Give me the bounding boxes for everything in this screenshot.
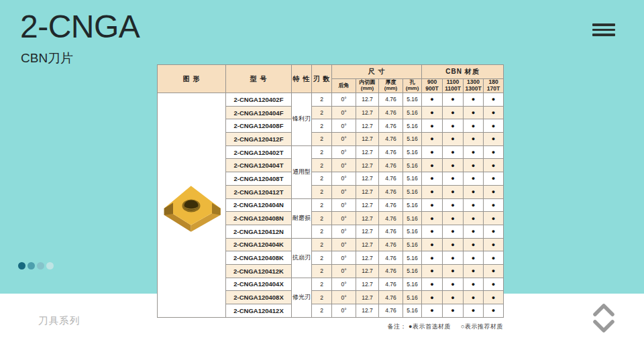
hole-cell: 5.16: [403, 159, 422, 172]
menu-icon[interactable]: [592, 23, 615, 39]
hole-cell: 5.16: [403, 238, 422, 251]
material-dot-cell: ●: [484, 251, 504, 265]
material-header-900: 900 900T: [422, 79, 443, 93]
inscribed-circle-cell: 12.7: [356, 106, 379, 119]
inscribed-circle-cell: 12.7: [356, 93, 379, 107]
relief-angle-cell: 0°: [332, 238, 356, 251]
material-dot-cell: ●: [422, 185, 443, 198]
material-dot-cell: ●: [484, 159, 504, 172]
material-dot-cell: ●: [443, 212, 464, 225]
material-dot-cell: ●: [484, 133, 504, 146]
model-cell: 2-CNGA120404T: [226, 159, 292, 172]
hole-cell: 5.16: [403, 172, 422, 186]
material-dot-cell: ●: [422, 212, 443, 225]
inscribed-circle-cell: 12.7: [356, 133, 379, 146]
material-dot-cell: ●: [484, 119, 504, 133]
edges-cell: 2: [312, 264, 332, 278]
col-header-feature: 特 性: [292, 65, 312, 93]
table-body: 2-CNGA120402F锋利刃20°12.74.765.16●●●●2-CNG…: [158, 93, 504, 318]
chevron-up-icon: [590, 303, 617, 317]
relief-angle-cell: 0°: [332, 291, 356, 304]
relief-angle-cell: 0°: [332, 251, 356, 265]
material-dot-cell: ●: [422, 172, 443, 186]
model-cell: 2-CNGA120412X: [226, 304, 292, 318]
material-header-1100: 1100 1100T: [443, 79, 464, 93]
edges-cell: 2: [312, 291, 332, 304]
thickness-cell: 4.76: [379, 119, 403, 133]
material-dot-cell: ●: [422, 119, 443, 133]
material-dot-cell: ●: [443, 198, 464, 212]
pagination-dot[interactable]: [37, 262, 44, 269]
edges-cell: 2: [312, 185, 332, 198]
note-label: 备注：: [388, 323, 407, 330]
hole-cell: 5.16: [403, 212, 422, 225]
thickness-cell: 4.76: [379, 238, 403, 251]
inscribed-circle-cell: 12.7: [356, 212, 379, 225]
inscribed-circle-cell: 12.7: [356, 238, 379, 251]
pagination-dot[interactable]: [18, 262, 25, 269]
menu-bar: [592, 23, 615, 26]
hole-cell: 5.16: [403, 106, 422, 119]
inscribed-circle-cell: 12.7: [356, 172, 379, 186]
edges-cell: 2: [312, 172, 332, 186]
material-dot-cell: ●: [443, 238, 464, 251]
thickness-cell: 4.76: [379, 145, 403, 159]
thickness-cell: 4.76: [379, 198, 403, 212]
material-dot-cell: ●: [484, 198, 504, 212]
header-row-groups: 图 形 型 号 特 性 刃 数 尺 寸 CBN 材质: [158, 65, 504, 79]
material-dot-cell: ●: [464, 185, 484, 198]
material-dot-cell: ●: [464, 106, 484, 119]
material-dot-cell: ●: [464, 145, 484, 159]
page-title: 2-CNGA: [20, 8, 140, 45]
hole-cell: 5.16: [403, 291, 422, 304]
edges-cell: 2: [312, 93, 332, 107]
feature-cell: 修光刃: [292, 278, 312, 317]
inscribed-circle-cell: 12.7: [356, 278, 379, 291]
thickness-cell: 4.76: [379, 93, 403, 107]
relief-angle-cell: 0°: [332, 304, 356, 318]
pagination-dot[interactable]: [46, 262, 54, 269]
relief-angle-cell: 0°: [332, 212, 356, 225]
material-dot-cell: ●: [464, 238, 484, 251]
hole-cell: 5.16: [403, 264, 422, 278]
material-dot-cell: ●: [464, 225, 484, 238]
material-dot-cell: ●: [464, 119, 484, 133]
model-cell: 2-CNGA120404N: [226, 198, 292, 212]
menu-bar: [592, 34, 615, 36]
model-cell: 2-CNGA120404K: [226, 238, 292, 251]
relief-angle-cell: 0°: [332, 119, 356, 133]
sub-header-thickness: 厚度 (mm): [379, 79, 403, 93]
relief-angle-cell: 0°: [332, 278, 356, 291]
next-page-button[interactable]: [590, 319, 617, 333]
thickness-cell: 4.76: [379, 304, 403, 318]
material-dot-cell: ●: [443, 106, 464, 119]
model-cell: 2-CNGA120402F: [226, 93, 292, 107]
col-header-size: 尺 寸: [332, 65, 422, 79]
edges-cell: 2: [312, 106, 332, 119]
pagination-dot[interactable]: [28, 262, 35, 269]
material-dot-cell: ●: [464, 212, 484, 225]
material-dot-cell: ●: [464, 264, 484, 278]
material-dot-cell: ●: [443, 159, 464, 172]
edges-cell: 2: [312, 145, 332, 159]
col-header-edges: 刃 数: [312, 65, 332, 93]
material-dot-cell: ●: [443, 225, 464, 238]
model-cell: 2-CNGA120404X: [226, 278, 292, 291]
hole-cell: 5.16: [403, 119, 422, 133]
material-dot-cell: ●: [443, 185, 464, 198]
material-dot-cell: ●: [484, 238, 504, 251]
hole-cell: 5.16: [403, 251, 422, 265]
material-dot-cell: ●: [443, 119, 464, 133]
edges-cell: 2: [312, 238, 332, 251]
prev-page-button[interactable]: [590, 303, 617, 317]
model-cell: 2-CNGA120408X: [226, 291, 292, 304]
model-cell: 2-CNGA120408N: [226, 212, 292, 225]
hole-cell: 5.16: [403, 278, 422, 291]
model-cell: 2-CNGA120402T: [226, 145, 292, 159]
thickness-cell: 4.76: [379, 172, 403, 186]
material-dot-cell: ●: [422, 225, 443, 238]
material-dot-cell: ●: [443, 145, 464, 159]
pager: [590, 303, 617, 333]
relief-angle-cell: 0°: [332, 106, 356, 119]
thickness-cell: 4.76: [379, 264, 403, 278]
